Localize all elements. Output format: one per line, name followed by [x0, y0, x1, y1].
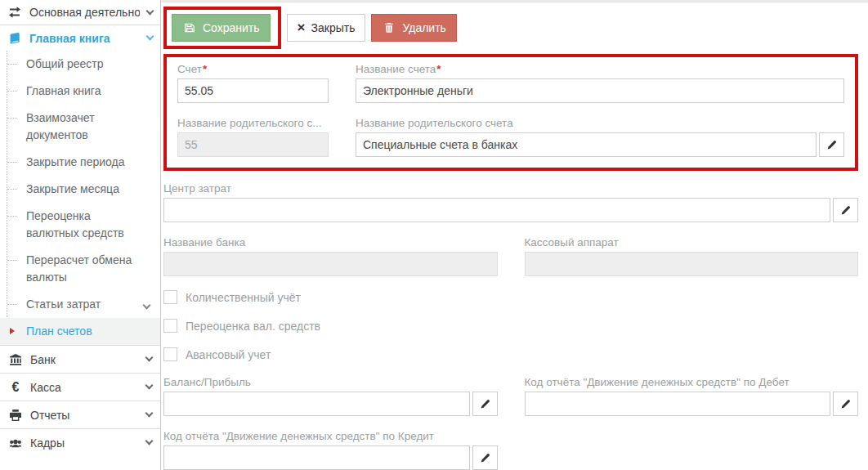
sidebar-item-label: Банк	[30, 353, 139, 366]
sidebar-item-label: Кадры	[30, 436, 139, 450]
cashflow-credit-input[interactable]	[163, 445, 470, 470]
parent-name-edit-button[interactable]	[819, 132, 844, 157]
sidebar-item-label: Главная книга	[26, 84, 101, 97]
sidebar-item-currency-revaluation[interactable]: Переоценка валютных средств	[0, 203, 160, 247]
cash-register-field: Кассовый аппарат	[525, 236, 859, 276]
sidebar-item-cash[interactable]: € Касса	[0, 373, 160, 401]
sidebar-item-hr[interactable]: Кадры	[0, 428, 160, 456]
balance-profit-input[interactable]	[163, 392, 470, 416]
form-top-highlight: Счет* Название счета* Название родительс…	[163, 54, 858, 171]
sidebar-item-reports[interactable]: Отчеты	[0, 401, 160, 428]
cost-center-field: Центр затрат	[163, 182, 858, 222]
chevron-down-icon	[146, 33, 154, 41]
cashflow-debit-input[interactable]	[525, 392, 831, 416]
sidebar-item-chart-of-accounts[interactable]: План счетов	[0, 318, 160, 345]
toolbar: Сохранить × Закрыть Удалить	[161, 2, 868, 53]
save-button-highlight: Сохранить	[163, 7, 281, 49]
balance-profit-field: Баланс/Прибыль	[163, 376, 498, 416]
sidebar: Основная деятельность Главная книга Общи…	[0, 0, 161, 470]
quantitative-accounting-checkbox[interactable]	[163, 290, 177, 304]
balance-profit-label: Баланс/Прибыль	[163, 376, 498, 388]
sidebar-item-main-activity[interactable]: Основная деятельность	[0, 0, 160, 25]
sidebar-group-general-ledger[interactable]: Главная книга	[0, 25, 160, 51]
required-asterisk: *	[203, 63, 207, 75]
bank-row: Название банка Кассовый аппарат	[163, 236, 858, 276]
cost-center-input[interactable]	[163, 198, 830, 222]
currency-revaluation-checkbox[interactable]	[163, 319, 177, 333]
account-input[interactable]	[177, 78, 329, 103]
pencil-icon	[477, 397, 492, 410]
close-button[interactable]: × Закрыть	[287, 14, 366, 42]
sidebar-item-document-offset[interactable]: Взаимозачет документов	[0, 105, 160, 149]
bank-name-input	[163, 252, 498, 276]
sidebar-item-label: Касса	[30, 381, 139, 394]
pencil-icon	[477, 451, 492, 464]
sidebar-item-label: Взаимозачет документов	[26, 111, 95, 141]
credit-row: Код отчёта "Движение денежных средств" п…	[163, 430, 858, 470]
sidebar-item-general-registry[interactable]: Общий реестр	[0, 51, 160, 78]
chevron-down-icon	[143, 302, 151, 310]
cash-register-input	[525, 252, 859, 276]
sidebar-item-month-close[interactable]: Закрытие месяца	[0, 176, 160, 203]
chevron-down-icon	[145, 382, 154, 390]
pencil-icon	[839, 397, 853, 410]
checkbox-label: Переоценка вал. средств	[186, 320, 320, 333]
euro-icon: €	[8, 381, 23, 394]
pencil-icon	[825, 138, 839, 151]
save-button[interactable]: Сохранить	[172, 14, 271, 42]
sidebar-item-label: Перерасчет обмена валюты	[26, 253, 132, 284]
sidebar-submenu: Общий реестр Главная книга Взаимозачет д…	[0, 51, 160, 345]
form-top-grid: Счет* Название счета* Название родительс…	[177, 63, 844, 157]
cashflow-debit-edit-button[interactable]	[833, 392, 858, 416]
sidebar-item-general-ledger[interactable]: Главная книга	[0, 78, 160, 105]
cash-register-label: Кассовый аппарат	[525, 236, 859, 248]
delete-button[interactable]: Удалить	[371, 14, 456, 42]
parent-code-field: Название родительского с...	[177, 117, 329, 157]
parent-name-label: Название родительского счета	[356, 117, 844, 129]
account-name-input[interactable]	[356, 78, 844, 103]
sidebar-item-label: Отчеты	[30, 409, 139, 422]
sidebar-item-label: План счетов	[26, 325, 92, 338]
sidebar-item-bank[interactable]: Банк	[0, 345, 160, 373]
floppy-icon	[182, 21, 197, 34]
parent-code-label: Название родительского с...	[177, 117, 329, 129]
delete-button-label: Удалить	[402, 21, 445, 34]
parent-name-input[interactable]	[356, 132, 817, 157]
sidebar-item-label: Основная деятельность	[29, 6, 140, 19]
account-name-field: Название счета*	[356, 63, 844, 103]
save-button-label: Сохранить	[203, 21, 260, 34]
empty-cell	[525, 430, 859, 470]
sidebar-item-cost-items[interactable]: Статьи затрат	[0, 291, 160, 318]
sidebar-bottom-sections: Банк € Касса Отчеты Кадры	[0, 345, 160, 456]
checkbox-label: Авансовый учет	[186, 348, 271, 361]
account-field: Счет*	[177, 63, 329, 103]
main-content: Сохранить × Закрыть Удалить Счет* Назван…	[161, 0, 868, 470]
cashflow-debit-label: Код отчёта "Движение денежных средств" п…	[525, 376, 859, 388]
advance-accounting-checkbox[interactable]	[163, 347, 177, 361]
quantitative-accounting-row: Количественный учёт	[163, 290, 858, 304]
exchange-icon	[7, 6, 22, 19]
book-icon	[7, 32, 22, 45]
sidebar-item-period-close[interactable]: Закрытие периода	[0, 149, 160, 176]
required-asterisk: *	[436, 63, 441, 75]
sidebar-item-label: Закрытие периода	[26, 155, 125, 168]
sidebar-group-label: Главная книга	[29, 32, 110, 45]
account-label: Счет*	[177, 63, 329, 75]
bank-name-field: Название банка	[163, 236, 498, 276]
balance-debit-row: Баланс/Прибыль Код отчёта "Движение дене…	[163, 376, 858, 416]
sidebar-item-label: Переоценка валютных средств	[26, 209, 124, 239]
cashflow-credit-edit-button[interactable]	[472, 445, 498, 470]
printer-icon	[8, 409, 23, 422]
pencil-icon	[839, 204, 853, 217]
cashflow-credit-field: Код отчёта "Движение денежных средств" п…	[163, 430, 498, 470]
balance-profit-edit-button[interactable]	[472, 392, 498, 416]
sidebar-item-label: Закрытие месяца	[26, 182, 119, 195]
active-item-arrow-icon	[10, 328, 15, 334]
checkbox-label: Количественный учёт	[186, 291, 301, 304]
x-icon: ×	[298, 20, 306, 34]
bank-name-label: Название банка	[163, 236, 498, 248]
cost-center-label: Центр затрат	[163, 182, 858, 195]
cost-center-edit-button[interactable]	[833, 198, 858, 222]
chevron-down-icon	[145, 437, 154, 445]
sidebar-item-exchange-recalculation[interactable]: Перерасчет обмена валюты	[0, 247, 160, 291]
